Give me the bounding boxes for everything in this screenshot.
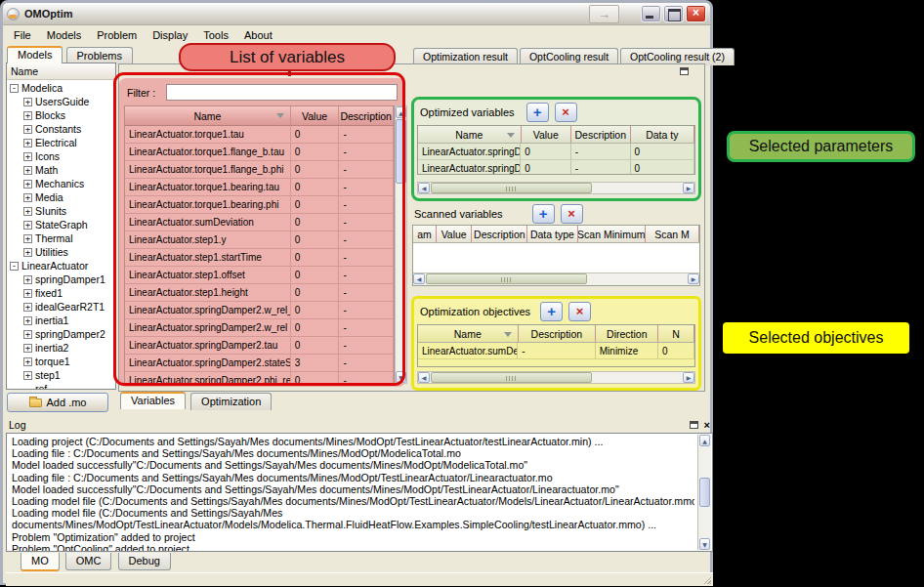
tab-mo[interactable]: MO: [21, 553, 60, 571]
column-header-name[interactable]: Name: [418, 325, 519, 342]
cell-value[interactable]: 0: [291, 302, 340, 318]
dock-float-icon[interactable]: [680, 67, 689, 75]
table-row[interactable]: LinearActuator.sumDeviation 0 -: [125, 214, 394, 231]
tree-expander-icon[interactable]: +: [23, 344, 32, 353]
column-header-name[interactable]: am: [413, 226, 437, 242]
scroll-right-icon[interactable]: ▶: [688, 273, 699, 284]
table-row[interactable]: LinearActuator.springDamper2.w_rel 0 -: [125, 319, 394, 337]
tree-expander-icon[interactable]: +: [23, 330, 32, 339]
column-header-datatype[interactable]: Data type: [527, 226, 577, 242]
tab-omc[interactable]: OMC: [65, 553, 112, 570]
objectives-hscrollbar[interactable]: ◀ ▶: [417, 371, 695, 384]
table-row[interactable]: LinearActuator.torque1.flange_b.phi 0 -: [125, 161, 394, 179]
scroll-down-icon[interactable]: ▼: [699, 538, 710, 550]
tab-debug[interactable]: Debug: [118, 553, 171, 570]
tree-item[interactable]: + Electrical: [7, 136, 115, 149]
table-row[interactable]: LinearActuator.torque1.bearing.tau 0 -: [125, 179, 394, 196]
cell-value[interactable]: 0: [291, 337, 340, 354]
tree-expander-icon[interactable]: +: [23, 371, 32, 380]
title-bar[interactable]: OMOptim → ×: [3, 3, 710, 25]
tree-item[interactable]: - LinearActuator: [7, 259, 115, 273]
table-row[interactable]: LinearActuator.step1.offset 0 -: [125, 267, 394, 284]
tree-item[interactable]: + springDamper1: [7, 273, 115, 286]
tree-item[interactable]: + Media: [7, 190, 115, 204]
column-header-description[interactable]: Description: [571, 126, 631, 143]
tab-variables[interactable]: Variables: [120, 392, 186, 409]
column-header-scan-minimum[interactable]: Scan Minimum: [578, 226, 647, 242]
close-button[interactable]: ×: [686, 5, 706, 22]
scrollbar-thumb[interactable]: [431, 372, 592, 383]
table-row[interactable]: LinearActuator.step1.startTime 0 -: [125, 249, 394, 267]
scroll-left-icon[interactable]: ◀: [418, 372, 430, 383]
tree-expander-icon[interactable]: +: [23, 207, 32, 216]
menu-item[interactable]: File: [6, 27, 39, 43]
tree-expander-icon[interactable]: +: [23, 234, 32, 243]
tree-item[interactable]: + StateGraph: [7, 218, 115, 231]
table-row[interactable]: LinearActuator.springDamper2.stateSelect…: [125, 355, 394, 372]
tree-item[interactable]: + Constants: [7, 122, 115, 136]
tree-item[interactable]: + UsersGuide: [7, 95, 115, 108]
column-header-scan-maximum[interactable]: Scan M: [646, 226, 699, 242]
remove-objective-button[interactable]: ×: [568, 302, 591, 321]
column-header-description[interactable]: Description: [472, 226, 527, 242]
tree-expander-icon[interactable]: +: [23, 248, 32, 257]
tree-item[interactable]: + Mechanics: [7, 177, 115, 190]
scrollbar-thumb[interactable]: [431, 183, 592, 193]
table-row[interactable]: LinearActuator.torque1.tau 0 -: [125, 126, 394, 144]
tree-expander-icon[interactable]: +: [23, 111, 32, 120]
tree-item[interactable]: + Utilities: [7, 245, 115, 259]
table-row[interactable]: LinearActuator.step1.height 0 -: [125, 284, 394, 302]
scrollbar-thumb[interactable]: [699, 478, 710, 507]
tree-item[interactable]: + Icons: [7, 149, 115, 163]
cell-value[interactable]: 0: [291, 214, 340, 231]
column-header-value[interactable]: Value: [522, 126, 571, 143]
tree-expander-icon[interactable]: +: [23, 98, 32, 106]
cell-value[interactable]: 0: [291, 144, 340, 160]
tree-expander-icon[interactable]: +: [23, 139, 32, 147]
tree-item[interactable]: + fixed1: [7, 286, 115, 300]
table-row[interactable]: LinearActuator.springDamper1.d 0 - 0: [418, 160, 694, 175]
cell-value[interactable]: 3: [291, 355, 340, 371]
table-row[interactable]: LinearActuator.torque1.bearing.phi 0 -: [125, 196, 394, 214]
table-row[interactable]: LinearActuator.springDamper2.tau 0 -: [125, 337, 394, 355]
forward-arrow-button[interactable]: →: [589, 5, 619, 23]
tree-expander-icon[interactable]: +: [23, 166, 32, 175]
cell-value[interactable]: 0: [291, 267, 340, 283]
scroll-right-icon[interactable]: ▶: [683, 183, 694, 193]
tree-expander-icon[interactable]: +: [23, 357, 32, 366]
tree-item[interactable]: + idealGearR2T1: [7, 300, 115, 314]
remove-scanned-variable-button[interactable]: ×: [561, 204, 583, 224]
tree-item[interactable]: + Thermal: [7, 231, 115, 245]
tree-item[interactable]: + springDamper2: [7, 327, 115, 341]
remove-optimized-variable-button[interactable]: ×: [555, 103, 577, 122]
cell-value[interactable]: 0: [291, 196, 340, 213]
tree-expander-icon[interactable]: +: [23, 125, 32, 134]
cell-value[interactable]: 0: [291, 231, 340, 248]
table-row[interactable]: LinearActuator.sumDeviation - Minimize 0: [418, 343, 694, 359]
cell-value[interactable]: 0: [521, 160, 571, 175]
column-header-description[interactable]: Description: [339, 106, 394, 125]
tree-item[interactable]: + torque1: [7, 355, 115, 368]
scroll-up-icon[interactable]: ▲: [699, 435, 710, 446]
menu-item[interactable]: Tools: [195, 27, 236, 43]
tree-item[interactable]: + step1: [7, 368, 115, 382]
scroll-left-icon[interactable]: ◀: [413, 273, 425, 284]
cell-value[interactable]: 0: [291, 161, 340, 178]
cell-value[interactable]: 0: [291, 319, 340, 336]
tree-expander-icon[interactable]: +: [23, 275, 32, 284]
tree-expander-icon[interactable]: +: [23, 289, 32, 298]
cell-value[interactable]: 0: [291, 249, 340, 266]
log-scrollbar[interactable]: ▲ ▼: [697, 435, 711, 550]
variables-scrollbar[interactable]: ▲ ▼: [395, 105, 407, 384]
add-objective-button[interactable]: +: [540, 302, 563, 321]
column-header-direction[interactable]: Direction: [596, 325, 658, 342]
tree-item[interactable]: + SIunits: [7, 204, 115, 218]
table-row[interactable]: LinearActuator.step1.y 0 -: [125, 231, 394, 249]
tree-item[interactable]: + inertia2: [7, 341, 115, 355]
maximize-button[interactable]: [663, 5, 684, 22]
table-row[interactable]: LinearActuator.torque1.flange_b.tau 0 -: [125, 144, 394, 161]
log-close-icon[interactable]: ×: [704, 420, 710, 430]
column-header-datatype[interactable]: Data ty: [631, 126, 694, 143]
add-optimized-variable-button[interactable]: +: [526, 103, 549, 122]
cell-value[interactable]: 0: [521, 144, 571, 159]
